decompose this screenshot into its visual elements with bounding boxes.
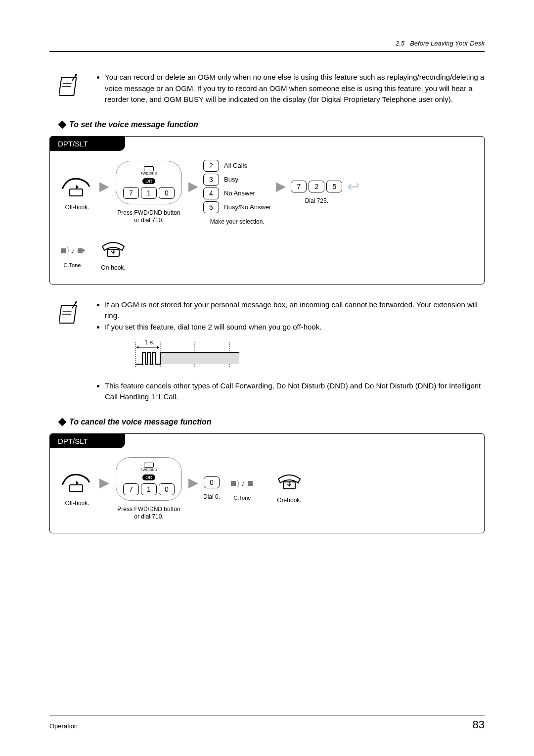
arrow-icon: ▶ [276,179,286,194]
proc-title: DPT/SLT [50,137,125,151]
fwd-dnd-button-icon: FWD/DND [140,463,157,472]
confirmation-tone-icon: ♪ [60,244,85,257]
svg-rect-6 [61,248,66,253]
key-1: 1 [141,483,157,495]
step-offhook: Off-hook. [60,470,94,508]
step-onhook: On-hook. [98,240,128,272]
procedure-cancel: DPT/SLT Off-hook. ▶ FWD/DND [49,433,485,533]
step-dial725: 7 2 5 Dial 725. [291,181,342,205]
step-selection: 2 All Calls 3 Busy 4 No Answer 5 Busy/No… [203,160,271,226]
svg-rect-5 [70,189,83,196]
arrow-icon: ▶ [188,475,198,490]
svg-text:♪: ♪ [71,246,75,255]
phone-onhook-icon [98,240,128,259]
section-number: 2.5 [396,40,404,47]
step-onhook: On-hook. [274,473,304,505]
subheading-cancel: To cancel the voice message function [59,418,485,426]
step-fwddnd: FWD/DND OR 7 1 0 Press FWD/DND button or… [114,457,183,521]
key-7b: 7 [291,181,307,192]
note2-b3: This feature cancels other types of Call… [105,380,485,403]
key-7: 7 [123,187,139,199]
note1-bullet: You can record or delete an OGM only whe… [105,72,485,105]
confirmation-tone-icon: ♪ [230,477,255,490]
svg-text:♪: ♪ [241,479,245,487]
opt-label: Busy/No Answer [224,203,271,211]
dial-keys-710: 7 1 0 [123,187,175,199]
opt-label: Busy [224,176,271,183]
diamond-icon [58,120,67,129]
page-header: 2.5 Before Leaving Your Desk [49,40,485,52]
arrow-icon: ▶ [99,179,109,194]
notepad-icon [49,299,84,329]
key-opt: 3 [203,174,219,186]
dial-tone-2-chart: 1 s [131,337,244,372]
subheading-set: To set the voice message function [59,120,485,129]
key-7: 7 [123,483,139,495]
step-ctone: ♪ C.Tone [60,244,85,268]
notepad-icon [49,72,84,101]
return-arrow-icon: ↩ [347,178,359,195]
step-ctone: ♪ C.Tone [230,477,255,501]
key-opt: 5 [203,201,219,213]
svg-rect-21 [160,352,239,364]
phone-offhook-icon [60,470,94,495]
step-offhook: Off-hook. [60,174,94,212]
key-1: 1 [141,187,157,199]
key-0c: 0 [204,476,220,488]
page-number: 83 [473,718,485,731]
diamond-icon [58,418,67,426]
svg-rect-8 [78,248,83,253]
arrow-icon: ▶ [99,475,109,490]
phone-offhook-icon [60,174,94,199]
opt-label: All Calls [224,162,271,169]
phone-onhook-icon [274,473,304,492]
page-footer: Operation 83 [49,715,485,731]
proc-title: DPT/SLT [50,434,125,448]
chart-anno: 1 s [144,338,153,346]
or-label: OR [142,474,155,480]
svg-rect-23 [231,481,236,486]
step-fwddnd: FWD/DND OR 7 1 0 Press FWD/DND button or… [114,161,183,225]
or-label: OR [142,178,155,184]
note-block-1: You can record or delete an OGM only whe… [49,72,485,105]
svg-rect-22 [70,485,83,492]
key-opt: 2 [203,160,219,172]
opt-label: No Answer [224,189,271,197]
key-0: 0 [159,483,175,495]
dial-keys-710: 7 1 0 [123,483,175,495]
section-title: Before Leaving Your Desk [410,40,485,47]
key-2b: 2 [309,181,324,192]
svg-rect-25 [248,481,253,486]
footer-left: Operation [49,722,78,730]
note2-b2: If you set this feature, dial tone 2 wil… [105,322,485,333]
key-0: 0 [159,187,175,199]
key-opt: 4 [203,188,219,199]
note2-b1: If an OGM is not stored for your persona… [105,299,485,322]
step-dial0: 0 Dial 0. [203,476,220,501]
arrow-icon: ▶ [188,179,198,194]
key-5b: 5 [326,181,342,192]
fwd-dnd-button-icon: FWD/DND [140,166,157,175]
procedure-set: DPT/SLT Off-hook. ▶ [49,136,485,284]
note-block-2: If an OGM is not stored for your persona… [49,299,485,403]
